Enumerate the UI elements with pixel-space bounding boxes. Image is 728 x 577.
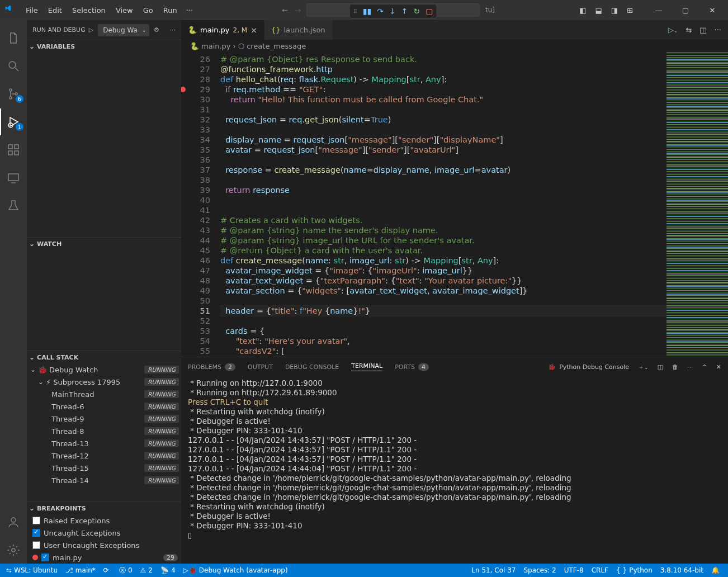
status-sync[interactable]: ⟳ [100, 564, 115, 577]
layout-toggle-left-icon[interactable]: ◧ [579, 6, 586, 15]
menu-overflow-icon[interactable]: ··· [182, 4, 197, 17]
restart-icon[interactable]: ↻ [414, 7, 420, 16]
layout-toggle-bottom-icon[interactable]: ⬓ [595, 6, 602, 15]
status-3-8-10-64-bit[interactable]: 3.8.10 64-bit [656, 564, 707, 577]
callstack-root[interactable]: ⌄🐞Debug WatchRUNNING [27, 363, 181, 376]
stop-icon[interactable]: ▢ [426, 7, 433, 16]
minimap[interactable] [666, 52, 728, 357]
thread-row[interactable]: Thread-13RUNNING [27, 437, 181, 450]
status-remote[interactable]: ⇋WSL: Ubuntu [2, 564, 62, 577]
terminal-profile[interactable]: 🐞 Python Debug Console [548, 363, 629, 371]
thread-row[interactable]: Thread-14RUNNING [27, 474, 181, 486]
status-bell[interactable]: 🔔 [707, 564, 726, 577]
checkbox[interactable] [32, 541, 40, 549]
run-file-icon[interactable]: ▷⌄ [668, 26, 678, 34]
thread-row[interactable]: Thread-9RUNNING [27, 413, 181, 425]
menu-file[interactable]: File [21, 4, 42, 17]
command-center[interactable]: ⠿ ▮▮ ↷ ↓ ↑ ↻ ▢ [306, 3, 480, 17]
split-editor-icon[interactable]: ◫ [699, 26, 706, 34]
minimize-icon[interactable]: — [647, 2, 670, 18]
status-warn[interactable]: ⚠2 [136, 564, 157, 577]
kill-terminal-icon[interactable]: 🗑 [672, 363, 678, 371]
breakpoint-row[interactable]: User Uncaught Exceptions [27, 539, 181, 551]
callstack-subprocess[interactable]: ⌄⚡Subprocess 17995RUNNING [27, 376, 181, 388]
status-debug[interactable]: ▷🐞Debug Watch (avatar-app) [179, 564, 292, 577]
variables-header[interactable]: ⌄VARIABLES [27, 40, 181, 53]
panel-tab-terminal[interactable]: TERMINAL [351, 362, 382, 371]
more-icon[interactable]: ··· [170, 26, 176, 34]
extensions-icon[interactable] [0, 136, 27, 163]
breakpoints-header[interactable]: ⌄BREAKPOINTS [27, 502, 181, 514]
tab-main-py[interactable]: 🐍main.py2, M× [181, 20, 264, 40]
debug-toolbar[interactable]: ⠿ ▮▮ ↷ ↓ ↑ ↻ ▢ [349, 4, 437, 18]
tab-more-icon[interactable]: ··· [715, 26, 721, 34]
status-utf-8[interactable]: UTF-8 [560, 564, 588, 577]
menu-edit[interactable]: Edit [44, 4, 67, 17]
status-crlf[interactable]: CRLF [588, 564, 612, 577]
settings-gear-icon[interactable] [0, 537, 27, 564]
debug-config-icon[interactable]: ⇆ [686, 26, 692, 34]
status-ln-51-col-37[interactable]: Ln 51, Col 37 [467, 564, 519, 577]
panel-close-icon[interactable]: ✕ [716, 363, 721, 371]
panel-maximize-icon[interactable]: ⌃ [702, 363, 707, 371]
menu-run[interactable]: Run [159, 4, 182, 17]
status-branch[interactable]: ⎇main* [62, 564, 100, 577]
thread-row[interactable]: Thread-12RUNNING [27, 450, 181, 462]
breadcrumb[interactable]: 🐍 main.py › ⬡ create_message [181, 40, 728, 52]
breadcrumb-symbol[interactable]: create_message [247, 42, 306, 50]
menu-view[interactable]: View [111, 4, 138, 17]
thread-row[interactable]: MainThreadRUNNING [27, 388, 181, 400]
breadcrumb-file[interactable]: main.py [201, 42, 231, 50]
panel-tab-ports[interactable]: PORTS4 [395, 363, 429, 371]
layout-customize-icon[interactable]: ⊞ [627, 6, 633, 15]
panel-tab-debug-console[interactable]: DEBUG CONSOLE [285, 363, 339, 371]
nav-forward-icon[interactable]: → [295, 6, 301, 15]
watch-header[interactable]: ⌄WATCH [27, 238, 181, 250]
panel-more-icon[interactable]: ··· [687, 363, 693, 371]
breakpoint-row[interactable]: Uncaught Exceptions [27, 527, 181, 539]
terminal-output[interactable]: * Running on http://127.0.0.1:9000 * Run… [181, 376, 728, 564]
panel-tab-problems[interactable]: PROBLEMS2 [188, 363, 235, 371]
checkbox[interactable] [32, 529, 40, 537]
close-tab-icon[interactable]: × [250, 26, 257, 35]
menu-selection[interactable]: Selection [68, 4, 110, 17]
status-braces[interactable]: { }Python [612, 564, 656, 577]
thread-row[interactable]: Thread-15RUNNING [27, 462, 181, 474]
checkbox[interactable] [41, 554, 49, 561]
run-debug-icon[interactable]: 1 [0, 108, 27, 135]
maximize-icon[interactable]: ▢ [674, 2, 697, 18]
thread-row[interactable]: Thread-6RUNNING [27, 400, 181, 413]
layout-toggle-right-icon[interactable]: ◨ [611, 6, 618, 15]
step-out-icon[interactable]: ↑ [401, 7, 408, 16]
breakpoint-row[interactable]: Raised Exceptions [27, 514, 181, 527]
split-terminal-icon[interactable]: ◫ [658, 363, 663, 371]
menu-go[interactable]: Go [139, 4, 158, 17]
remote-explorer-icon[interactable] [0, 164, 27, 191]
drag-handle-icon[interactable]: ⠿ [353, 8, 357, 15]
status-err[interactable]: ⓧ0 [115, 564, 136, 577]
status-spaces-2[interactable]: Spaces: 2 [519, 564, 560, 577]
gear-icon[interactable]: ⚙ [154, 26, 159, 34]
step-in-icon[interactable]: ↓ [389, 7, 396, 16]
source-control-icon[interactable]: 6 [0, 81, 27, 107]
tab-launch-json[interactable]: {}launch.json [264, 20, 333, 40]
thread-row[interactable]: Thread-8RUNNING [27, 425, 181, 437]
pause-icon[interactable]: ▮▮ [363, 7, 371, 16]
new-terminal-icon[interactable]: ＋⌄ [638, 363, 649, 371]
test-icon[interactable] [0, 192, 27, 219]
code-editor[interactable]: 2627282930313233343536373839404142434445… [181, 52, 728, 357]
breakpoint-row[interactable]: main.py29 [27, 551, 181, 564]
close-window-icon[interactable]: ✕ [701, 2, 724, 18]
launch-config-select[interactable]: Debug Wa ⌄ [98, 24, 149, 36]
status-radio[interactable]: 📡4 [157, 564, 179, 577]
search-icon[interactable] [0, 53, 27, 79]
explorer-icon[interactable] [0, 25, 27, 51]
panel-tab-output[interactable]: OUTPUT [248, 363, 273, 371]
account-icon[interactable] [0, 509, 27, 536]
nav-back-icon[interactable]: ← [282, 6, 288, 15]
callstack-header[interactable]: ⌄CALL STACK [27, 351, 181, 363]
svg-point-10 [11, 518, 16, 522]
checkbox[interactable] [32, 517, 40, 524]
start-debug-icon[interactable]: ▷ [89, 26, 93, 34]
step-over-icon[interactable]: ↷ [377, 7, 384, 16]
